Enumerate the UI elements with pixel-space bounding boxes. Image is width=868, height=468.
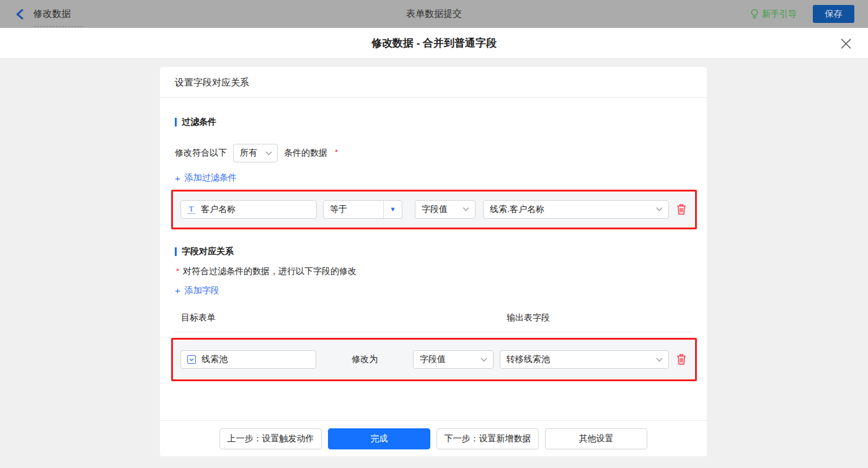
chevron-down-icon (656, 358, 663, 362)
card-footer: 上一步：设置触发动作 完成 下一步：设置新增数据 其他设置 (160, 420, 707, 456)
chevron-down-icon (480, 358, 487, 362)
mapping-note: * 对符合过滤条件的数据，进行以下字段的修改 (175, 266, 692, 277)
section-bar (175, 118, 177, 126)
add-field-link[interactable]: + 添加字段 (175, 285, 219, 296)
chevron-down-icon (463, 207, 469, 211)
plus-icon: + (175, 174, 180, 183)
workflow-name[interactable]: 修改数据 (33, 8, 71, 20)
bulb-icon (750, 9, 759, 19)
required-asterisk: * (176, 267, 179, 276)
workflow-name-underline (34, 26, 82, 27)
filter-section-label: 过滤条件 (182, 117, 216, 128)
add-filter-label: 添加过滤条件 (185, 172, 237, 183)
delete-filter-button[interactable] (675, 203, 688, 216)
mapping-row-highlight: 线索池 修改为 字段值 转移线索池 (171, 338, 697, 381)
match-prefix: 修改符合以下 (175, 148, 227, 159)
card-content: 过滤条件 修改符合以下 所有 条件的数据 * + 添加过滤条件 T (160, 98, 707, 420)
operator-select[interactable]: 等于 ▼ (323, 200, 402, 219)
match-suffix: 条件的数据 (284, 148, 327, 159)
mapping-value-type-select[interactable]: 字段值 (413, 350, 494, 369)
column-target-form: 目标表单 (181, 312, 216, 324)
operator-value: 等于 (324, 204, 383, 215)
dialog-header: 修改数据 - 合并到普通字段 (0, 28, 868, 59)
mapping-section-label: 字段对应关系 (182, 246, 234, 257)
plus-icon: + (175, 286, 180, 295)
card-title: 设置字段对应关系 (160, 67, 707, 98)
chevron-down-icon (265, 151, 272, 156)
target-field-box[interactable]: 线索池 (180, 350, 316, 369)
filter-value-type-select[interactable]: 字段值 (415, 200, 476, 219)
filter-field-box[interactable]: T 客户名称 (180, 200, 317, 219)
filter-condition-row: T 客户名称 等于 ▼ 字段值 线索.客户名称 (174, 193, 694, 226)
filter-field-name: 客户名称 (201, 204, 236, 215)
topbar-right: 新手引导 保存 (750, 5, 854, 23)
mapping-table-header: 目标表单 输出表字段 (175, 309, 692, 332)
modify-to-label: 修改为 (316, 354, 413, 365)
caret-down-icon: ▼ (383, 201, 402, 218)
settings-card: 设置字段对应关系 过滤条件 修改符合以下 所有 条件的数据 * + 添加过滤条件 (160, 67, 707, 456)
done-button[interactable]: 完成 (328, 428, 430, 449)
trash-icon (676, 354, 686, 365)
add-filter-link[interactable]: + 添加过滤条件 (175, 172, 237, 183)
filter-row-highlight: T 客户名称 等于 ▼ 字段值 线索.客户名称 (171, 190, 697, 229)
mapping-value-type: 字段值 (420, 354, 446, 365)
topbar-left: 修改数据 (14, 8, 71, 20)
node-title: 表单数据提交 (0, 0, 868, 28)
match-mode-select[interactable]: 所有 (233, 144, 278, 162)
guide-label: 新手引导 (762, 9, 797, 20)
required-asterisk: * (335, 148, 338, 157)
filter-value-type: 字段值 (422, 204, 448, 215)
filter-section-title: 过滤条件 (175, 117, 692, 128)
column-output-field: 输出表字段 (507, 312, 550, 324)
target-field-name: 线索池 (202, 354, 228, 365)
dialog-title: 修改数据 - 合并到普通字段 (0, 28, 868, 58)
close-icon[interactable] (839, 37, 852, 50)
match-line: 修改符合以下 所有 条件的数据 * (175, 144, 692, 162)
chevron-down-icon (656, 207, 663, 211)
dialog-body: 设置字段对应关系 过滤条件 修改符合以下 所有 条件的数据 * + 添加过滤条件 (0, 60, 868, 468)
save-button[interactable]: 保存 (813, 5, 854, 23)
match-mode-value: 所有 (240, 148, 257, 159)
filter-value: 线索.客户名称 (490, 204, 544, 215)
mapping-note-text: 对符合过滤条件的数据，进行以下字段的修改 (183, 266, 356, 277)
next-step-button[interactable]: 下一步：设置新增数据 (436, 428, 539, 449)
mapping-value-select[interactable]: 转移线索池 (500, 350, 669, 369)
mapping-row: 线索池 修改为 字段值 转移线索池 (174, 341, 694, 378)
mapping-value: 转移线索池 (507, 354, 550, 365)
topbar: 修改数据 表单数据提交 新手引导 保存 (0, 0, 868, 28)
guide-link[interactable]: 新手引导 (750, 9, 797, 20)
delete-mapping-button[interactable] (675, 353, 688, 366)
trash-icon (676, 204, 686, 215)
prev-step-button[interactable]: 上一步：设置触发动作 (219, 428, 322, 449)
other-settings-button[interactable]: 其他设置 (545, 428, 647, 449)
filter-value-select[interactable]: 线索.客户名称 (483, 200, 669, 219)
add-field-label: 添加字段 (185, 285, 219, 296)
section-bar (175, 247, 177, 256)
select-field-icon (187, 355, 196, 364)
text-field-icon: T (187, 205, 195, 214)
back-icon[interactable] (14, 9, 25, 20)
mapping-section-title: 字段对应关系 (175, 246, 692, 257)
